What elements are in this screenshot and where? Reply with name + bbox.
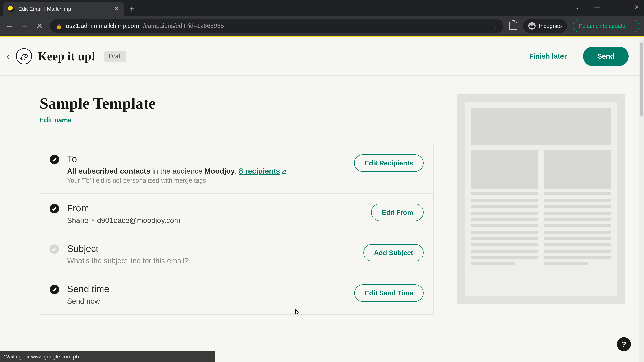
mailchimp-logo[interactable]	[16, 48, 32, 64]
status-badge: Draft	[104, 51, 126, 62]
to-period: .	[235, 167, 239, 175]
email-preview-skeleton[interactable]	[457, 94, 625, 304]
section-from-title: From	[67, 203, 363, 214]
scrollbar[interactable]	[639, 37, 644, 362]
new-tab-button[interactable]: ＋	[127, 4, 136, 13]
url-omnibox[interactable]: 🔒 us21.admin.mailchimp.com/campaigns/edi…	[50, 19, 504, 33]
scrollbar-thumb[interactable]	[640, 42, 643, 116]
preview-img-block	[471, 150, 538, 189]
to-strong: All subscribed contacts	[67, 167, 150, 175]
page-viewport: ‹ Keep it up! Draft Finish later Send Sa…	[0, 36, 644, 362]
browser-status-bar: Waiting for www.google.com.ph...	[0, 351, 215, 362]
relaunch-label: Relaunch to update	[578, 23, 625, 29]
incognito-indicator[interactable]: Incognito	[523, 19, 567, 33]
checklist-card: To All subscribed contacts in the audien…	[40, 144, 434, 315]
incognito-icon	[528, 22, 536, 30]
add-subject-button[interactable]: Add Subject	[364, 244, 424, 261]
section-send-time-value: Send now	[67, 297, 346, 305]
section-to-note: Your 'To' field is not personalized with…	[67, 177, 346, 184]
close-window-icon[interactable]: ✕	[632, 3, 641, 11]
window-controls: ⌄ — ❐ ✕	[573, 3, 641, 11]
browser-tab-strip: Edit Email | Mailchimp ✕ ＋ ⌄ — ❐ ✕	[0, 0, 644, 16]
minimize-icon[interactable]: —	[593, 3, 601, 11]
campaign-title[interactable]: Keep it up!	[37, 49, 96, 63]
relaunch-button[interactable]: Relaunch to update ⋮	[573, 20, 639, 32]
separator-dot: •	[92, 216, 94, 225]
to-audience: Moodjoy	[204, 167, 235, 175]
edit-recipients-button[interactable]: Edit Recipients	[354, 154, 424, 172]
preview-hero-block	[471, 108, 611, 145]
section-to-line: All subscribed contacts in the audience …	[67, 167, 346, 175]
send-button[interactable]: Send	[583, 46, 628, 66]
bookmark-star-icon[interactable]: ☆	[492, 22, 498, 30]
preview-img-block	[544, 150, 611, 189]
check-icon	[50, 285, 59, 294]
template-name: Sample Template	[40, 94, 434, 112]
send-time-value: Send now	[67, 297, 100, 305]
tab-title: Edit Email | Mailchimp	[18, 6, 71, 12]
from-email: d901eace@moodjoy.com	[97, 216, 180, 225]
to-mid: in the audience	[150, 167, 204, 175]
svg-point-1	[25, 55, 26, 56]
close-tab-icon[interactable]: ✕	[114, 5, 119, 12]
section-to-title: To	[67, 153, 346, 164]
section-subject-placeholder: What's the subject line for this email?	[67, 257, 355, 265]
extensions-icon[interactable]	[509, 22, 517, 30]
section-to: To All subscribed contacts in the audien…	[40, 144, 434, 193]
edit-name-link[interactable]: Edit name	[40, 116, 72, 124]
maximize-icon[interactable]: ❐	[613, 3, 621, 11]
tab-search-icon[interactable]: ⌄	[573, 3, 581, 11]
svg-point-0	[18, 50, 30, 62]
nav-stop-icon[interactable]: ✕	[35, 21, 44, 30]
back-icon[interactable]: ‹	[5, 51, 11, 61]
external-link-icon: ↗	[282, 168, 286, 174]
check-icon-pending	[50, 244, 59, 254]
mailchimp-favicon	[8, 5, 14, 12]
lock-icon: 🔒	[56, 23, 62, 29]
url-path: /campaigns/edit?id=12665935	[143, 22, 224, 29]
section-subject: Subject What's the subject line for this…	[40, 234, 434, 274]
nav-back-icon[interactable]: ←	[5, 21, 14, 30]
nav-forward-icon: →	[20, 21, 29, 30]
section-from-value: Shane • d901eace@moodjoy.com	[67, 216, 363, 225]
edit-from-button[interactable]: Edit From	[371, 204, 424, 221]
incognito-label: Incognito	[539, 23, 562, 29]
section-send-time-title: Send time	[67, 283, 346, 294]
browser-address-bar: ← → ✕ 🔒 us21.admin.mailchimp.com/campaig…	[0, 16, 644, 36]
section-from: From Shane • d901eace@moodjoy.com Edit F…	[40, 193, 434, 234]
url-host: us21.admin.mailchimp.com	[66, 22, 139, 29]
finish-later-link[interactable]: Finish later	[529, 52, 567, 60]
recipients-link[interactable]: 8 recipients ↗	[239, 167, 286, 175]
check-icon	[50, 204, 59, 213]
editor-header: ‹ Keep it up! Draft Finish later Send	[0, 37, 639, 76]
browser-tab[interactable]: Edit Email | Mailchimp ✕	[3, 2, 124, 16]
recipients-link-text: 8 recipients	[239, 167, 280, 175]
edit-send-time-button[interactable]: Edit Send Time	[354, 284, 424, 302]
from-name: Shane	[67, 216, 88, 225]
check-icon	[50, 155, 59, 164]
help-button[interactable]: ?	[617, 337, 631, 351]
section-subject-title: Subject	[67, 243, 355, 254]
section-send-time: Send time Send now Edit Send Time	[40, 274, 434, 315]
